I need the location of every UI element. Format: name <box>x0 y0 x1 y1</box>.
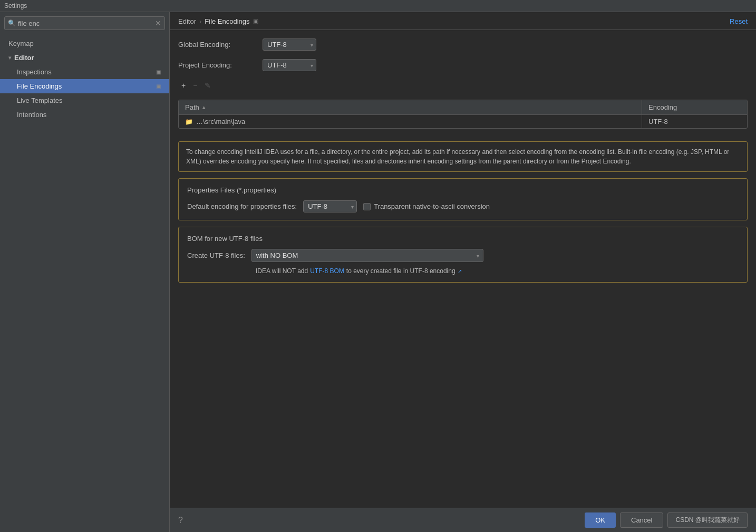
global-encoding-label: Global Encoding: <box>178 41 257 49</box>
live-templates-label: Live Templates <box>17 96 62 104</box>
path-col-label: Path <box>185 103 199 111</box>
info-box: To change encoding IntelliJ IDEA uses fo… <box>178 141 748 172</box>
col-encoding: Encoding <box>642 100 747 114</box>
search-box: 🔍 ✕ <box>4 16 165 30</box>
properties-section: Properties Files (*.properties) Default … <box>178 178 748 220</box>
transparent-checkbox-wrapper: Transparent native-to-ascii conversion <box>363 202 490 210</box>
encoding-cell: UTF-8 <box>642 115 747 128</box>
add-button[interactable]: + <box>178 80 189 91</box>
breadcrumb-sep: › <box>199 17 201 25</box>
props-encoding-select[interactable]: UTF-8 UTF-16 ISO-8859-1 <box>303 200 357 212</box>
bom-row: Create UTF-8 files: with NO BOM with BOM <box>187 249 739 262</box>
file-encodings-label: File Encodings <box>17 82 62 90</box>
bom-select[interactable]: with NO BOM with BOM <box>251 249 483 262</box>
breadcrumb: Editor › File Encodings ▣ <box>178 17 258 25</box>
breadcrumb-bar: Editor › File Encodings ▣ Reset <box>170 12 756 30</box>
search-input[interactable] <box>18 20 155 27</box>
properties-title: Properties Files (*.properties) <box>187 186 739 194</box>
col-path: Path ▲ <box>179 100 642 114</box>
table-toolbar: + − ✎ <box>178 80 748 91</box>
bom-info-prefix: IDEA will NOT add <box>256 267 308 275</box>
search-icon: 🔍 <box>8 20 16 27</box>
reset-link[interactable]: Reset <box>730 17 748 25</box>
sidebar-item-editor[interactable]: ▾ Editor <box>0 51 169 65</box>
title-bar: Settings <box>0 0 756 12</box>
table-header: Path ▲ Encoding <box>179 100 747 115</box>
help-icon[interactable]: ? <box>178 516 183 525</box>
bottom-left: ? <box>178 516 183 525</box>
sidebar-item-intentions[interactable]: Intentions <box>0 108 169 122</box>
transparent-label: Transparent native-to-ascii conversion <box>374 202 490 210</box>
settings-icon-inspections: ▣ <box>156 69 161 75</box>
transparent-checkbox[interactable] <box>363 203 371 210</box>
path-cell: 📁 …\src\main\java <box>179 115 642 128</box>
search-clear-icon[interactable]: ✕ <box>155 19 161 27</box>
sidebar-nav: Keymap ▾ Editor Inspections ▣ Fi <box>0 34 169 532</box>
bottom-right: OK Cancel CSDN @叫我蔬菜就好 <box>585 512 748 528</box>
encodings-table: Path ▲ Encoding 📁 …\src\main\java UTF-8 <box>178 100 748 129</box>
sidebar: 🔍 ✕ Keymap ▾ Editor Inspec <box>0 12 170 532</box>
bom-section: BOM for new UTF-8 files Create UTF-8 fil… <box>178 227 748 283</box>
editor-label: Editor <box>14 54 34 62</box>
intentions-label: Intentions <box>17 111 46 119</box>
settings-icon-encodings: ▣ <box>156 83 161 89</box>
encoding-col-label: Encoding <box>648 103 677 111</box>
breadcrumb-current: File Encodings <box>205 17 249 25</box>
properties-row: Default encoding for properties files: U… <box>187 200 739 212</box>
remove-button[interactable]: − <box>190 80 200 91</box>
info-text: To change encoding IntelliJ IDEA uses fo… <box>186 148 729 165</box>
project-encoding-row: Project Encoding: UTF-8 UTF-16 ISO-8859-… <box>178 59 748 71</box>
folder-icon: 📁 <box>185 118 193 125</box>
table-row[interactable]: 📁 …\src\main\java UTF-8 <box>179 115 747 128</box>
sidebar-item-keymap[interactable]: Keymap <box>0 36 169 51</box>
keymap-label: Keymap <box>8 40 34 47</box>
project-encoding-select-wrapper: UTF-8 UTF-16 ISO-8859-1 <box>263 59 316 71</box>
breadcrumb-parent: Editor <box>178 17 196 25</box>
inspections-label: Inspections <box>17 68 52 76</box>
panel-content: Global Encoding: UTF-8 UTF-16 ISO-8859-1… <box>170 30 756 508</box>
monitor-icon: ▣ <box>253 18 258 25</box>
external-link-icon: ↗ <box>458 268 462 274</box>
bom-select-wrapper: with NO BOM with BOM <box>251 249 483 262</box>
bom-link[interactable]: UTF-8 BOM <box>310 267 344 275</box>
project-encoding-select[interactable]: UTF-8 UTF-16 ISO-8859-1 <box>263 59 316 71</box>
default-encoding-label: Default encoding for properties files: <box>187 202 297 210</box>
cancel-button[interactable]: Cancel <box>620 512 663 528</box>
bottom-bar: ? OK Cancel CSDN @叫我蔬菜就好 <box>170 508 756 532</box>
path-value: …\src\main\java <box>196 118 245 125</box>
ok-button[interactable]: OK <box>585 512 616 528</box>
global-encoding-select[interactable]: UTF-8 UTF-16 ISO-8859-1 <box>263 38 316 51</box>
sort-asc-icon: ▲ <box>201 104 207 110</box>
bom-info-text: IDEA will NOT add UTF-8 BOM to every cre… <box>187 267 739 275</box>
project-encoding-label: Project Encoding: <box>178 61 257 69</box>
bom-title: BOM for new UTF-8 files <box>187 235 739 243</box>
csdn-button[interactable]: CSDN @叫我蔬菜就好 <box>667 512 748 528</box>
props-encoding-select-wrapper: UTF-8 UTF-16 ISO-8859-1 <box>303 200 357 212</box>
edit-button[interactable]: ✎ <box>201 80 214 91</box>
global-encoding-row: Global Encoding: UTF-8 UTF-16 ISO-8859-1 <box>178 38 748 51</box>
title-text: Settings <box>4 2 27 9</box>
bom-info-suffix: to every created file in UTF-8 encoding <box>346 267 455 275</box>
sidebar-item-inspections[interactable]: Inspections ▣ <box>0 65 169 79</box>
sidebar-item-live-templates[interactable]: Live Templates <box>0 93 169 108</box>
encoding-value: UTF-8 <box>648 118 668 125</box>
right-panel: Editor › File Encodings ▣ Reset Global E… <box>170 12 756 532</box>
create-label: Create UTF-8 files: <box>187 252 245 259</box>
global-encoding-select-wrapper: UTF-8 UTF-16 ISO-8859-1 <box>263 38 316 51</box>
sidebar-item-file-encodings[interactable]: File Encodings ▣ <box>0 79 169 93</box>
chevron-down-icon: ▾ <box>8 55 11 61</box>
main-container: 🔍 ✕ Keymap ▾ Editor Inspec <box>0 12 756 532</box>
